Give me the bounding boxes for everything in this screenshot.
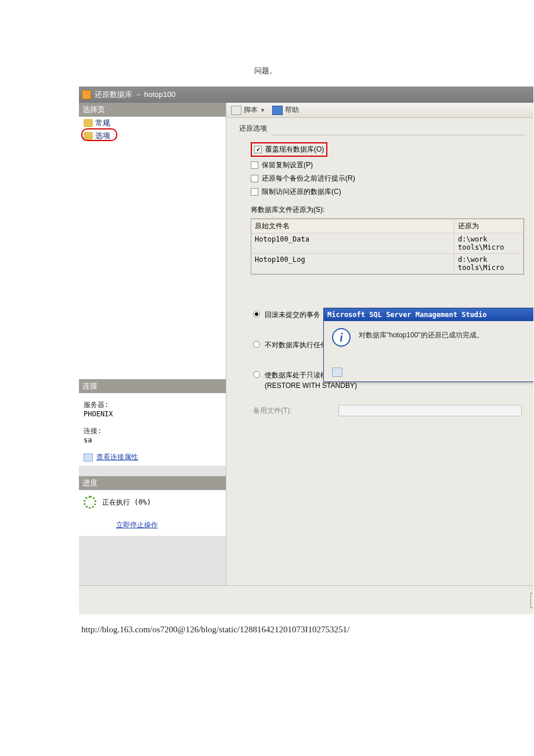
chk-restrict-label: 限制访问还原的数据库(C)	[262, 187, 341, 197]
cell-original-2: Hotop100_Log	[251, 254, 454, 274]
grid-header-restore-as[interactable]: 还原为	[454, 219, 524, 233]
grid-header: 原始文件名 还原为	[251, 219, 524, 233]
cell-restore-1[interactable]: d:\work tools\Micro	[454, 233, 524, 254]
radio-norecovery[interactable]	[253, 341, 260, 348]
pages-tree: 常规 选项	[79, 117, 226, 379]
db-icon	[82, 90, 91, 99]
msgbox-title[interactable]: Microsoft SQL Server Management Studio	[324, 308, 533, 321]
connection-panel: 服务器: PHOENIX 连接: sa 查看连接属性	[79, 393, 226, 466]
window-title: 还原数据库 － hotop100	[95, 89, 175, 100]
tree-label-options: 选项	[95, 131, 110, 141]
script-icon[interactable]	[231, 106, 241, 115]
standby-file-label: 备用文件(T):	[253, 406, 292, 416]
stop-now-link[interactable]: 立即停止操作	[116, 521, 158, 529]
left-pane: 选择页 常规 选项 连接 服务器: PHOENIX 连	[79, 103, 226, 585]
table-row[interactable]: Hotop100_Log d:\work tools\Micro	[251, 254, 524, 274]
section-progress: 进度	[79, 476, 226, 490]
chk-overwrite[interactable]	[254, 146, 262, 153]
view-connection-props-link[interactable]: 查看连接属性	[96, 452, 138, 462]
restore-db-window: 还原数据库 － hotop100 选择页 常规 选项 连接	[78, 86, 534, 586]
script-dropdown[interactable]: ▼	[260, 107, 265, 113]
window-bottom-bar	[79, 585, 533, 614]
tree-label-general: 常规	[95, 118, 110, 128]
table-row[interactable]: Hotop100_Data d:\work tools\Micro	[251, 233, 524, 254]
page-icon	[84, 119, 93, 127]
info-icon: i	[332, 328, 351, 347]
highlight-overwrite: 覆盖现有数据库(O)	[251, 142, 327, 157]
standby-file-input[interactable]	[338, 405, 522, 416]
script-button[interactable]: 脚本	[244, 105, 258, 115]
server-label: 服务器:	[84, 400, 221, 410]
restore-files-as-label: 将数据库文件还原为(S):	[251, 205, 524, 215]
chk-keep-replication[interactable]	[251, 161, 258, 169]
help-button[interactable]: 帮助	[285, 105, 299, 115]
chk-restrict-access[interactable]	[251, 188, 258, 196]
chk-prompt-label: 还原每个备份之前进行提示(R)	[262, 174, 355, 183]
page-icon	[84, 132, 93, 140]
progress-text: 正在执行 (0%)	[102, 498, 151, 507]
chk-overwrite-label: 覆盖现有数据库(O)	[265, 145, 324, 154]
chk-prompt-before-restore[interactable]	[251, 175, 258, 182]
radio-recovery[interactable]	[253, 311, 260, 318]
msgbox-text: 对数据库"hotop100"的还原已成功完成。	[359, 328, 484, 347]
right-pane: 脚本 ▼ 帮助 还原选项 覆盖现有数据库(O)	[226, 103, 533, 585]
restore-options-label: 还原选项	[239, 124, 524, 134]
section-connection: 连接	[79, 379, 226, 393]
options-toolbar: 脚本 ▼ 帮助	[226, 103, 533, 118]
grid-header-original[interactable]: 原始文件名	[251, 219, 454, 233]
button-stub[interactable]	[531, 593, 533, 608]
tree-item-general[interactable]: 常规	[79, 117, 226, 129]
files-grid[interactable]: 原始文件名 还原为 Hotop100_Data d:\work tools\Mi…	[251, 218, 524, 275]
properties-icon	[84, 453, 93, 462]
cell-original-1: Hotop100_Data	[251, 233, 454, 254]
conn-label: 连接:	[84, 426, 221, 436]
copy-icon[interactable]	[332, 368, 342, 377]
window-titlebar[interactable]: 还原数据库 － hotop100	[79, 87, 533, 103]
source-url: http://blog.163.com/os7200@126/blog/stat…	[81, 625, 349, 635]
chk-keep-replication-label: 保留复制设置(P)	[262, 160, 313, 170]
success-messagebox: Microsoft SQL Server Management Studio i…	[323, 308, 533, 382]
section-select-pages: 选择页	[79, 103, 226, 117]
cell-restore-2[interactable]: d:\work tools\Micro	[454, 254, 524, 274]
page-caption: 问题。	[254, 66, 277, 76]
tree-item-options[interactable]: 选项	[79, 129, 226, 142]
conn-value: sa	[84, 436, 221, 444]
progress-panel: 正在执行 (0%) 立即停止操作	[79, 490, 226, 536]
server-value: PHOENIX	[84, 410, 221, 418]
radio-standby[interactable]	[253, 371, 260, 378]
spinner-icon	[84, 496, 96, 509]
help-icon[interactable]	[272, 106, 283, 115]
